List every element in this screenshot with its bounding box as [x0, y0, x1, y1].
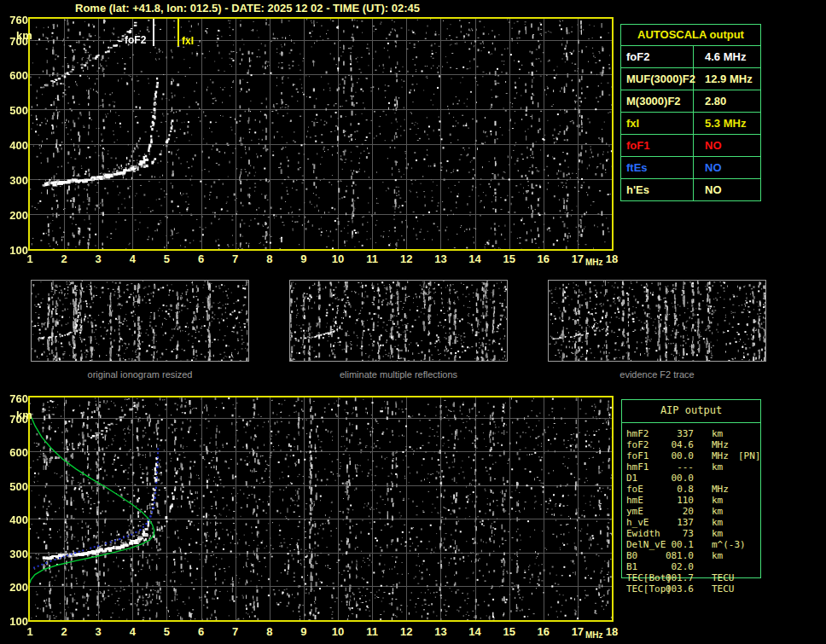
y-tick-label: 400 — [0, 139, 28, 152]
autoscala-output-table: AUTOSCALA output foF24.6 MHzMUF(3000)F21… — [620, 24, 761, 201]
aip-row-label: hmF1 — [626, 461, 649, 473]
aip-row-unit: km — [712, 528, 723, 539]
y-tick-label: 600 — [0, 69, 28, 82]
aip-row-b1: B102.0 — [622, 561, 760, 572]
aip-table-title: AIP output — [622, 404, 760, 416]
x-tick-label: 10 — [327, 625, 349, 638]
aip-row-unit: km — [712, 506, 723, 517]
x-tick-label: 6 — [190, 252, 212, 265]
aip-row-label: DelN_vE — [626, 539, 666, 550]
aip-row-label: hmE — [626, 495, 643, 506]
aip-row-value: 001.7 — [666, 572, 694, 583]
thumbnail-caption-no-reflections: eliminate multiple reflections — [289, 369, 508, 380]
autoscala-row-value: 5.3 MHz — [694, 113, 760, 134]
x-tick-label: 2 — [53, 625, 75, 638]
x-tick-label: 3 — [87, 625, 109, 638]
aip-row-tecbot: TEC[Bot]001.7TECU — [622, 572, 760, 583]
x-tick-label: 3 — [87, 252, 109, 265]
aip-row-unit: TECU — [712, 572, 735, 583]
aip-row-fof1: foF100.0MHz[PN] — [622, 450, 760, 461]
thumbnail-caption-original: original ionogram resized — [31, 369, 249, 380]
aip-row-value: 110 — [677, 495, 694, 506]
fof2-marker-label: foF2 — [125, 34, 146, 46]
aip-row-extra: [PN] — [738, 450, 761, 461]
aip-row-hve: h_vE137km — [622, 517, 760, 528]
autoscala-row-label: fxI — [621, 113, 694, 134]
x-tick-label: 15 — [498, 625, 521, 638]
x-tick-label: 1 — [19, 625, 41, 638]
x-tick-label: 16 — [532, 252, 555, 265]
y-tick-label: 500 — [0, 480, 28, 493]
autoscala-row-hes: h'EsNO — [621, 178, 760, 200]
x-tick-label: 15 — [498, 252, 521, 265]
top-ionogram-canvas — [28, 17, 614, 251]
autoscala-row-m3000f2: M(3000)F22.80 — [621, 90, 760, 112]
aip-row-unit: km — [712, 550, 723, 561]
thumbnail-no-reflections — [289, 280, 508, 362]
aip-row-hmf2: hmF2337km — [622, 428, 760, 439]
x-tick-label: 13 — [429, 252, 451, 265]
aip-row-value: 081.0 — [666, 550, 694, 561]
aip-row-value: 337 — [677, 428, 694, 439]
y-axis-unit-label: km — [16, 29, 32, 42]
x-tick-label: 11 — [361, 252, 383, 265]
aip-row-value: 00.1 — [672, 539, 695, 550]
aip-row-label: hmF2 — [626, 428, 649, 439]
bottom-ionogram-canvas — [28, 396, 614, 622]
autoscala-row-muf3000f2: MUF(3000)F212.9 MHz — [621, 67, 760, 90]
aip-row-value: 00.0 — [672, 450, 695, 461]
autoscala-table-title: AUTOSCALA output — [621, 25, 760, 45]
autoscala-row-value: NO — [694, 157, 760, 178]
aip-row-d1: D100.0 — [622, 473, 760, 484]
aip-row-unit: MHz — [712, 450, 729, 461]
y-tick-label: 760 — [0, 392, 28, 405]
aip-row-unit: TECU — [712, 583, 735, 595]
x-tick-label: 4 — [121, 252, 143, 265]
aip-row-label: foE — [626, 484, 643, 495]
x-tick-label: 5 — [155, 252, 177, 265]
autoscala-row-value: NO — [694, 179, 760, 200]
aip-row-value: --- — [677, 461, 694, 473]
fxi-marker-label: fxI — [182, 35, 194, 47]
aip-row-hmf1: hmF1---km — [622, 461, 760, 473]
autoscala-row-label: foF2 — [621, 46, 694, 67]
autoscala-row-value: 2.80 — [694, 90, 760, 112]
aip-row-fof2: foF204.6MHz — [622, 439, 760, 450]
aip-row-value: 137 — [677, 517, 694, 528]
autoscala-row-fof1: foF1NO — [621, 134, 760, 156]
y-tick-label: 200 — [0, 581, 28, 594]
aip-row-label: B0 — [626, 550, 637, 561]
y-tick-label: 300 — [0, 174, 28, 187]
x-tick-label: 5 — [155, 625, 177, 638]
aip-row-label: B1 — [626, 561, 637, 572]
aip-row-label: ymE — [626, 506, 643, 517]
x-tick-label: 13 — [429, 625, 451, 638]
aip-row-unit: km — [712, 517, 723, 528]
x-tick-label: 14 — [464, 625, 486, 638]
autoscala-row-label: ftEs — [621, 157, 694, 178]
aip-row-value: 20 — [683, 506, 694, 517]
autoscala-row-value: 12.9 MHz — [694, 68, 760, 90]
aip-row-unit: MHz — [712, 484, 729, 495]
y-tick-label: 400 — [0, 513, 28, 526]
aip-row-unit: MHz — [712, 439, 729, 450]
aip-row-value: 00.0 — [672, 473, 695, 484]
y-tick-label: 500 — [0, 104, 28, 117]
x-tick-label: 8 — [259, 625, 281, 638]
y-tick-label: 760 — [0, 14, 28, 26]
autoscala-row-label: foF1 — [621, 135, 694, 156]
aip-output-table: AIP output hmF2337kmfoF204.6MHzfoF100.0M… — [621, 399, 761, 578]
x-tick-label: 12 — [395, 625, 417, 638]
y-tick-label: 200 — [0, 209, 28, 222]
autoscala-screen: Rome (lat: +41.8, lon: 012.5) - DATE: 20… — [0, 0, 826, 644]
aip-row-value: 003.6 — [666, 583, 694, 595]
fof2-marker-line — [153, 19, 154, 46]
x-tick-label: 8 — [259, 252, 281, 265]
aip-row-unit: km — [712, 461, 723, 473]
aip-row-unit: km — [712, 495, 723, 506]
thumbnail-original — [31, 280, 249, 362]
x-tick-label: 9 — [293, 252, 315, 265]
x-tick-label: 2 — [53, 252, 75, 265]
autoscala-row-fof2: foF24.6 MHz — [621, 45, 760, 67]
x-tick-label: 18 — [601, 625, 623, 638]
